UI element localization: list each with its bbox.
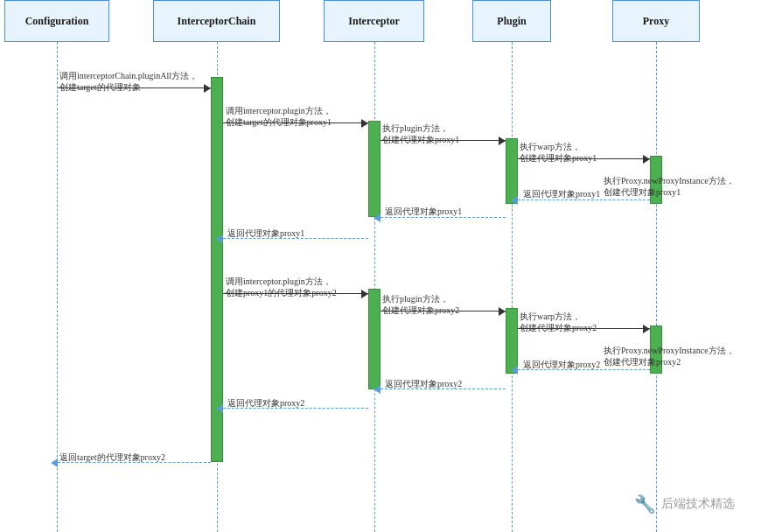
label-1: 调用interceptorChain.pluginAll方法，创建target的…: [59, 70, 198, 93]
lifeline-header-interceptor: Interceptor: [324, 0, 424, 42]
label-4: 执行warp方法，创建代理对象proxy1: [520, 141, 597, 164]
label-11: 执行warp方法，创建代理对象proxy2: [520, 311, 597, 333]
activation-plugin-1: [506, 138, 518, 204]
arrowhead-15: [216, 404, 223, 413]
label-12: 执行Proxy.newProxyInstance方法，创建代理对象proxy2: [604, 345, 735, 368]
arrowhead-14: [374, 385, 380, 394]
arrowhead-3: [499, 136, 506, 145]
arrowhead-2: [361, 119, 368, 128]
arrowhead-4: [643, 155, 650, 164]
lifeline-plugin: [512, 42, 513, 532]
label-5: 执行Proxy.newProxyInstance方法，创建代理对象proxy1: [604, 175, 735, 198]
label-13: 返回代理对象proxy2: [523, 359, 600, 370]
watermark: 🔧 后端技术精选: [634, 494, 735, 514]
arrow-6: [518, 200, 650, 200]
label-15: 返回代理对象proxy2: [227, 397, 304, 409]
activation-interceptor-2: [368, 289, 380, 389]
activation-plugin-2: [506, 308, 518, 374]
label-3: 执行plugin方法，创建代理对象proxy1: [382, 122, 459, 145]
lifeline-header-chain: InterceptorChain: [153, 0, 280, 42]
label-6: 返回代理对象proxy1: [523, 188, 600, 200]
arrowhead-16: [51, 458, 58, 467]
arrowhead-9: [361, 290, 368, 298]
arrowhead-13: [511, 366, 518, 374]
lifeline-header-config: Configuration: [4, 0, 109, 42]
arrowhead-10: [499, 307, 506, 316]
lifeline-header-proxy: Proxy: [612, 0, 700, 42]
sequence-diagram: Configuration InterceptorChain Intercept…: [0, 0, 761, 532]
label-10: 执行plugin方法，创建代理对象proxy2: [382, 293, 459, 316]
label-16: 返回target的代理对象proxy2: [59, 452, 165, 463]
arrowhead-1: [204, 84, 211, 93]
watermark-icon: 🔧: [634, 494, 656, 514]
label-14: 返回代理对象proxy2: [385, 378, 462, 389]
lifeline-header-plugin: Plugin: [472, 0, 551, 42]
arrowhead-8: [216, 234, 223, 243]
label-9: 调用interceptor.plugin方法，创建proxy1的代理对象prox…: [226, 276, 337, 298]
label-2: 调用interceptor.plugin方法，创建target的代理对象prox…: [226, 105, 332, 128]
label-7: 返回代理对象proxy1: [385, 206, 462, 217]
label-8: 返回代理对象proxy1: [227, 228, 304, 239]
watermark-text: 后端技术精选: [661, 496, 735, 512]
lifeline-interceptor: [374, 42, 375, 532]
arrow-7: [380, 217, 506, 218]
arrowhead-7: [374, 214, 380, 222]
lifeline-proxy: [656, 42, 657, 532]
arrowhead-11: [643, 325, 650, 333]
activation-interceptor-1: [368, 121, 380, 217]
arrowhead-6: [511, 196, 518, 205]
